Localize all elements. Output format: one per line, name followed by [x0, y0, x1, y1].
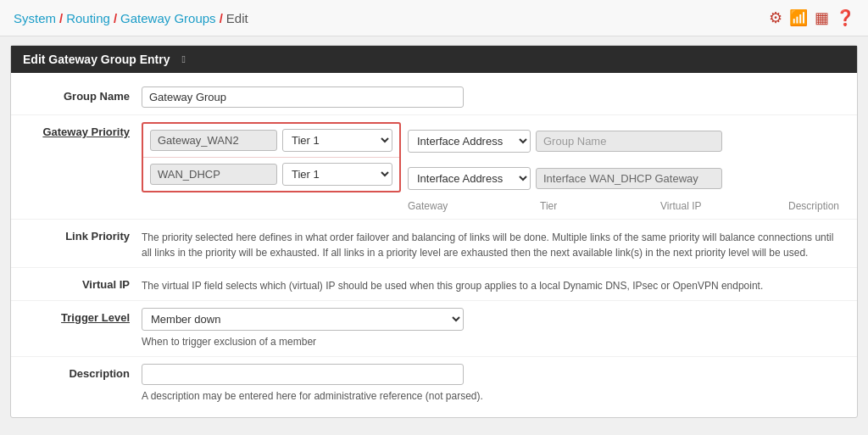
breadcrumb-edit: Edit	[226, 11, 248, 25]
section-header: Edit Gateway Group Entry 	[11, 46, 857, 73]
breadcrumb-routing[interactable]: Routing	[66, 11, 110, 25]
link-priority-row: Link Priority The priority selected here…	[11, 220, 857, 268]
section-title: Edit Gateway Group Entry	[23, 53, 170, 66]
gateway-priority-row: Gateway Priority Tier 1Tier 2Tier 3Tier …	[11, 115, 857, 220]
virtual-ip-content: The virtual IP field selects which (virt…	[142, 275, 845, 293]
col-vip-h: Virtual IP	[660, 200, 783, 212]
description-help: A description may be entered here for ad…	[142, 388, 845, 404]
col-gw-h: Gateway	[408, 200, 535, 212]
breadcrumb-sep2: /	[114, 11, 117, 25]
breadcrumb-gateway-groups[interactable]: Gateway Groups	[120, 11, 216, 25]
link-priority-label: Link Priority	[23, 226, 142, 243]
form-table: Group Name Gateway Priority Tier 1Tier 2…	[11, 73, 857, 417]
description-row: Description A description may be entered…	[11, 357, 857, 410]
group-name-row: Group Name	[11, 80, 857, 115]
table-icon[interactable]: ▦	[815, 8, 829, 27]
chart-icon[interactable]: 📶	[789, 8, 808, 27]
group-name-content	[142, 86, 845, 108]
help-icon[interactable]: ❓	[836, 8, 854, 27]
gw-row2-vip-outer[interactable]: Interface Address	[408, 167, 531, 190]
gw-row1-tier-inner[interactable]: Tier 1Tier 2Tier 3	[282, 129, 392, 152]
trigger-level-row: Trigger Level Member down Packet Loss Hi…	[11, 301, 857, 357]
col-tier-h: Tier	[540, 200, 655, 212]
breadcrumb-system[interactable]: System	[14, 11, 56, 25]
pfsense-logo: 	[181, 53, 185, 65]
gw-row1-name-inner	[150, 130, 277, 151]
trigger-level-content: Member down Packet Loss High Latency Pac…	[142, 308, 845, 349]
link-priority-help: The priority selected here defines in wh…	[142, 230, 845, 260]
group-name-label: Group Name	[23, 86, 142, 103]
sliders-icon[interactable]: ⚙	[769, 8, 782, 27]
gw-row2-desc-outer	[536, 168, 722, 189]
gw-row2-tier-inner[interactable]: Tier 1Tier 2Tier 3	[282, 163, 392, 186]
breadcrumb: System / Routing / Gateway Groups / Edit	[14, 11, 248, 25]
virtual-ip-row: Virtual IP The virtual IP field selects …	[11, 268, 857, 301]
trigger-level-label[interactable]: Trigger Level	[23, 308, 142, 324]
description-content: A description may be entered here for ad…	[142, 364, 845, 404]
gateway-priority-label[interactable]: Gateway Priority	[23, 122, 142, 138]
link-priority-content: The priority selected here defines in wh…	[142, 226, 845, 260]
group-name-input[interactable]	[142, 86, 464, 108]
top-bar: System / Routing / Gateway Groups / Edit…	[0, 0, 868, 36]
content-area: Edit Gateway Group Entry  Group Name Ga…	[10, 45, 858, 418]
breadcrumb-sep1: /	[59, 11, 63, 25]
trigger-level-select[interactable]: Member down Packet Loss High Latency Pac…	[142, 308, 464, 331]
gw-row2-name-inner	[150, 164, 277, 185]
col-desc-h: Description	[788, 200, 868, 212]
virtual-ip-label: Virtual IP	[23, 275, 142, 291]
gw-row1-desc-outer	[536, 131, 722, 152]
virtual-ip-help: The virtual IP field selects which (virt…	[142, 278, 845, 293]
description-label: Description	[23, 364, 142, 380]
description-input[interactable]	[142, 364, 464, 385]
gw-row1-vip-outer[interactable]: Interface Address	[408, 130, 531, 153]
trigger-level-help: When to trigger exclusion of a member	[142, 334, 845, 349]
top-icons: ⚙ 📶 ▦ ❓	[769, 8, 854, 27]
breadcrumb-sep3: /	[220, 11, 223, 25]
